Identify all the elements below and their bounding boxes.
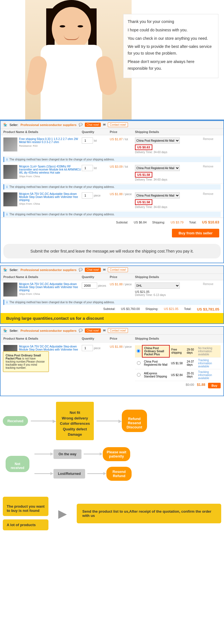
- shipping-opt-price-1: Free shipping: [169, 345, 185, 357]
- totals-bar-1: Subtotal: US $6.84 Shipping: US $3.79 To…: [1, 218, 223, 227]
- product-image-2: [3, 165, 17, 179]
- chat-now-btn-3[interactable]: Chat now!: [85, 328, 101, 333]
- buy-btn-bar-1: Buy from this seller: [1, 227, 223, 240]
- info-msg-1: ℹ The shipping method has been changed d…: [3, 157, 221, 162]
- subtotal-label-2: Subtotal:: [103, 307, 115, 311]
- cart2-col-shipping: Shipping Details: [135, 275, 197, 279]
- shipping-opt-radio-3[interactable]: [137, 373, 141, 377]
- qty-unit-lg: pieces: [98, 284, 106, 287]
- product-row-1: Free shipping 50pcs 0.33 1 1.5 2.2 2.7 o…: [1, 135, 223, 162]
- flow-arrow-2: ▶: [97, 421, 119, 421]
- price-per-c3: / piece: [123, 345, 132, 348]
- cart1-table-header: Product Name & Details Quantity Price Sh…: [1, 129, 223, 135]
- tip-box-1: Submit the order first,and leave the mes…: [3, 244, 221, 258]
- product-image-lg: [3, 283, 17, 297]
- nr-label-col: Not received: [6, 456, 29, 472]
- product-title-3[interactable]: Mcigicm 5A 75V DC-DC Adjustable Step-dow…: [19, 192, 82, 202]
- product-title-lg[interactable]: Mcigicm 5A 75V DC-DC Adjustable Step-dow…: [19, 283, 82, 292]
- remove-btn-3[interactable]: Remove: [197, 192, 213, 195]
- chat-now-btn-1[interactable]: Chat now!: [85, 123, 101, 127]
- nr-label-box: Not received: [6, 456, 29, 472]
- qty-input-lg[interactable]: [82, 283, 97, 289]
- contact-now-btn-3[interactable]: Contact now!: [108, 328, 128, 333]
- shipping-opt-tracking-2: Tracking information available: [197, 357, 221, 369]
- info-icon-1: ℹ: [6, 158, 8, 161]
- shipping-opt-days-3: 20-31 days: [185, 369, 197, 381]
- shipping-opt-radio-2[interactable]: [137, 361, 141, 365]
- hero-section: Thank you for your coming I hope could d…: [0, 0, 224, 120]
- shipping-select-lg[interactable]: DHL: [135, 283, 180, 289]
- nr-lost-box: Lost/Returned: [53, 469, 85, 479]
- qty-input-3[interactable]: [82, 192, 93, 199]
- price-per-3: / piece: [123, 193, 132, 196]
- nr-mid-col: ▶ On the way ▶ Please wait patiently ▶ L…: [34, 447, 132, 481]
- cart-section-2: 🏪 Seller: Professional semiconductor sup…: [0, 265, 224, 324]
- product-ships-3: Ships From: China: [19, 202, 82, 205]
- product-image-3: [3, 192, 17, 206]
- packet-note-box: China Post Ordinary Small Packet Plus is…: [3, 351, 49, 372]
- product-image-1: [3, 137, 17, 151]
- cart-section-3: 🏪 Seller: Professional semiconductor sup…: [0, 326, 224, 396]
- col-remove: [197, 130, 213, 134]
- price-value-1: US $1.87: [110, 137, 123, 141]
- seller-bar-1: 🏪 Seller: Professional semiconductor sup…: [1, 121, 223, 129]
- buy-btn-1[interactable]: Buy from this seller: [172, 229, 219, 237]
- product-title-2[interactable]: Mcigicm 1Lot= 5pairs (10pcs) 433Mhz RF t…: [19, 165, 82, 174]
- shipping-opt-tracking-1: No tracking information available: [197, 345, 221, 357]
- shipping-opt-name-2: China Post Registered Air Mail: [142, 357, 169, 369]
- qty-input-2[interactable]: [82, 165, 93, 171]
- c3-col-product: Product Name & Details: [3, 337, 82, 340]
- c3-price-summary: $0.00 $1.88 Buy: [135, 383, 221, 388]
- hero-line-1: Thank you for your coming: [128, 18, 214, 25]
- contact-now-btn-2[interactable]: Contact now!: [108, 267, 128, 272]
- qty-unit-3: piece: [94, 194, 101, 197]
- product-info-3: Mcigicm 5A 75V DC-DC Adjustable Step-dow…: [3, 192, 82, 206]
- shipping-select-1[interactable]: China Post Registered Air Mail: [135, 137, 180, 144]
- c3-col-qty: Quantity: [82, 337, 110, 340]
- product-ships-lg: Ships From: China: [19, 293, 82, 295]
- col-product: Product Name & Details: [3, 130, 82, 134]
- c3-buy-btn[interactable]: Buy: [208, 383, 221, 388]
- flow-received-box: Received: [3, 416, 28, 426]
- c3-col-shipping: Shipping Details: [135, 337, 221, 340]
- seller-name-3: Professional semiconductor suppliers: [20, 329, 76, 332]
- shipping-opt-name-3: AliExpress Standard Shipping: [142, 369, 169, 381]
- shipping-cell-3: China Post Registered Air Mail US $1.58 …: [135, 192, 197, 209]
- qty-unit-c3: piece: [94, 347, 101, 350]
- flow-row-received: Received ▶ Not fit Wrong delivery Color …: [3, 402, 221, 440]
- cta-section: The product you want to buy is not found…: [0, 493, 224, 535]
- shipping-price-box-2: US $1.58: [135, 172, 152, 178]
- product-info-lg: Mcigicm 5A 75V DC-DC Adjustable Step-dow…: [3, 283, 82, 297]
- flow-arrow-1: ▶: [31, 421, 53, 421]
- shipping-cost-lg: US $21.05: [135, 290, 197, 293]
- cart-section-1: 🏪 Seller: Professional semiconductor sup…: [0, 120, 224, 263]
- nr-onway-row: ▶ On the way ▶ Please wait patiently: [34, 447, 132, 461]
- price-cell-2: US $3.09 / lot: [110, 165, 135, 168]
- large-qty-text: Buying large quantities,contact us for a…: [6, 316, 104, 321]
- shipping-select-3[interactable]: China Post Registered Air Mail: [135, 192, 180, 199]
- mail-icon-2: ✉: [103, 268, 106, 272]
- info-msg-2: ℹ The shipping method has been changed d…: [3, 184, 221, 190]
- contact-now-btn-1[interactable]: Contact now!: [108, 122, 128, 127]
- info-msg-lg: ℹ The shipping method has been changed d…: [3, 300, 221, 305]
- shipping-opt-radio-1[interactable]: [137, 349, 140, 353]
- qty-cell-3: piece: [82, 192, 110, 199]
- delivery-time-lg: Delivery Time: 6-13 days: [135, 293, 197, 297]
- cart2-table-header: Product Name & Details Quantity Price Sh…: [1, 274, 223, 280]
- qty-input-c3[interactable]: [82, 345, 93, 351]
- product-row-lg: Mcigicm 5A 75V DC-DC Adjustable Step-dow…: [1, 280, 223, 299]
- shipping-price-box-1: US $0.63: [135, 144, 152, 150]
- chat-now-btn-2[interactable]: Chat now!: [85, 268, 101, 272]
- remove-btn-2[interactable]: Remove: [197, 165, 213, 168]
- product-title-1[interactable]: Free shipping 50pcs 0.33 1 1.5 2.2 2.7 o…: [19, 137, 82, 144]
- nr-wait-box: Please wait patiently: [103, 447, 130, 461]
- not-received-section: Not received ▶ On the way ▶ Please wait …: [3, 447, 221, 487]
- remove-btn-1[interactable]: Remove: [197, 137, 213, 141]
- shipping-cell-lg: DHL US $21.05 Delivery Time: 6-13 days: [135, 283, 197, 297]
- qty-input-1[interactable]: [82, 137, 93, 144]
- product-text-2: Mcigicm 1Lot= 5pairs (10pcs) 433Mhz RF t…: [19, 165, 82, 178]
- not-found-tag: The product you want to buy is not found: [3, 497, 48, 516]
- remove-btn-lg[interactable]: Remove: [197, 283, 213, 286]
- delivery-time-1: Delivery Time: 34-60 days: [135, 151, 197, 154]
- shipping-select-2[interactable]: China Post Registered Air Mail: [135, 165, 180, 171]
